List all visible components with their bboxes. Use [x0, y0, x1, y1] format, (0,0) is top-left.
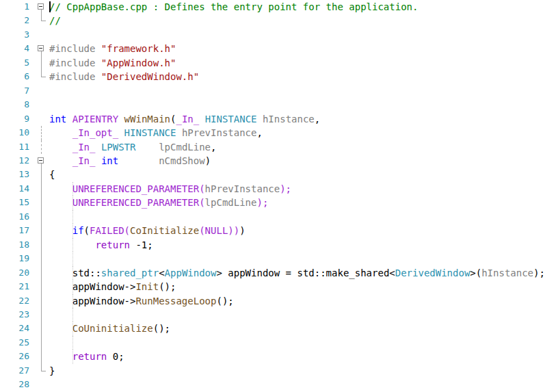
- code-token: hPrevInstance: [182, 127, 257, 138]
- code-line[interactable]: 19: [0, 252, 556, 265]
- fold-scope-line: [41, 196, 42, 209]
- fold-collapse-button[interactable]: [38, 45, 44, 51]
- indent-guide: [72, 210, 73, 224]
- line-number: 21: [0, 280, 36, 293]
- code-line-text[interactable]: _In_ int nCmdShow): [49, 154, 556, 168]
- indent-guide: [72, 252, 73, 265]
- code-token: [176, 127, 181, 138]
- code-token: > appWindow = std::make_shared<: [216, 267, 395, 278]
- fold-scope-line: [41, 182, 42, 196]
- code-token: std::: [49, 267, 101, 278]
- code-line-text[interactable]: UNREFERENCED_PARAMETER(lpCmdLine);: [49, 196, 556, 209]
- code-line-text[interactable]: {: [49, 168, 556, 181]
- code-line-text[interactable]: [49, 336, 556, 350]
- code-token: CoInitialize: [130, 225, 199, 236]
- code-line[interactable]: 21 appWindow->Init();: [0, 280, 556, 293]
- code-line-text[interactable]: return -1;: [49, 238, 556, 252]
- code-line[interactable]: 7: [0, 84, 556, 98]
- code-token: hPrevInstance: [205, 183, 280, 194]
- code-line[interactable]: 6#include "DerivedWindow.h": [0, 70, 556, 83]
- indent-guide: [72, 182, 73, 196]
- code-line[interactable]: 14 UNREFERENCED_PARAMETER(hPrevInstance)…: [0, 182, 556, 196]
- code-line-text[interactable]: UNREFERENCED_PARAMETER(hPrevInstance);: [49, 182, 556, 196]
- fold-scope-line: [41, 70, 46, 77]
- code-line-text[interactable]: CoUninitialize();: [49, 322, 556, 335]
- code-line-text[interactable]: _In_ LPWSTR lpCmdLine,: [49, 140, 556, 154]
- indent-guide: [72, 336, 73, 350]
- code-line-text[interactable]: return 0;: [49, 350, 556, 363]
- code-token: {: [49, 169, 55, 180]
- code-line[interactable]: 10 _In_opt_ HINSTANCE hPrevInstance,: [0, 126, 556, 140]
- indent-guide: [72, 308, 73, 322]
- code-line-text[interactable]: int APIENTRY wWinMain(_In_ HINSTANCE hIn…: [49, 112, 556, 126]
- code-line-text[interactable]: //: [49, 14, 556, 27]
- code-token: appWindow->: [49, 296, 135, 306]
- code-line[interactable]: 23: [0, 308, 556, 322]
- outlining-margin: [36, 14, 49, 27]
- code-line[interactable]: 18 return -1;: [0, 238, 556, 252]
- code-line-text[interactable]: [49, 308, 556, 322]
- code-line[interactable]: 3: [0, 28, 556, 42]
- code-line[interactable]: 5#include "AppWindow.h": [0, 56, 556, 70]
- line-number: 26: [0, 350, 36, 363]
- code-line-text[interactable]: }: [49, 364, 556, 378]
- code-token: hInstance: [481, 267, 533, 278]
- code-line-text[interactable]: #include "AppWindow.h": [49, 56, 556, 70]
- code-line[interactable]: 15 UNREFERENCED_PARAMETER(lpCmdLine);: [0, 196, 556, 209]
- code-line-text[interactable]: [49, 252, 556, 265]
- code-line-text[interactable]: if(FAILED(CoInitialize(NULL))): [49, 224, 556, 237]
- code-line[interactable]: 20 std::shared_ptr<AppWindow> appWindow …: [0, 266, 556, 280]
- code-line-text[interactable]: [49, 28, 556, 42]
- code-line-text[interactable]: #include "DerivedWindow.h": [49, 70, 556, 83]
- outlining-margin: [36, 140, 49, 154]
- code-line[interactable]: 27}: [0, 364, 556, 378]
- outlining-margin: [36, 56, 49, 70]
- outlining-margin: [36, 42, 49, 55]
- code-line[interactable]: 28: [0, 378, 556, 391]
- fold-scope-line: [41, 266, 42, 280]
- code-line-text[interactable]: [49, 378, 556, 391]
- code-line[interactable]: 11 _In_ LPWSTR lpCmdLine,: [0, 140, 556, 154]
- code-line-text[interactable]: #include "framework.h": [49, 42, 556, 55]
- code-token: -1;: [130, 239, 153, 250]
- code-token: int: [49, 114, 66, 125]
- code-line-text[interactable]: appWindow->RunMessageLoop();: [49, 294, 556, 308]
- code-line[interactable]: 12 _In_ int nCmdShow): [0, 154, 556, 168]
- indent-guide: [72, 350, 73, 363]
- outlining-margin: [36, 126, 49, 140]
- code-line[interactable]: 24 CoUninitialize();: [0, 322, 556, 335]
- code-line[interactable]: 2//: [0, 14, 556, 27]
- code-line-text[interactable]: appWindow->Init();: [49, 280, 556, 293]
- code-editor[interactable]: 1// CppAppBase.cpp : Defines the entry p…: [0, 0, 556, 392]
- code-line[interactable]: 17 if(FAILED(CoInitialize(NULL))): [0, 224, 556, 237]
- code-token: #include: [49, 57, 101, 68]
- code-token: [49, 197, 72, 208]
- indent-guide: [72, 322, 73, 335]
- code-line[interactable]: 9int APIENTRY wWinMain(_In_ HINSTANCE hI…: [0, 112, 556, 126]
- code-line[interactable]: 16: [0, 210, 556, 224]
- code-line-text[interactable]: // CppAppBase.cpp : Defines the entry po…: [49, 0, 556, 14]
- code-token: CoUninitialize: [72, 323, 153, 334]
- code-line[interactable]: 22 appWindow->RunMessageLoop();: [0, 294, 556, 308]
- code-line-text[interactable]: [49, 84, 556, 98]
- code-token: [49, 323, 72, 334]
- code-line[interactable]: 8: [0, 98, 556, 112]
- outlining-margin: [36, 364, 49, 378]
- code-line[interactable]: 26 return 0;: [0, 350, 556, 363]
- code-token: wWinMain: [124, 114, 170, 125]
- code-line[interactable]: 1// CppAppBase.cpp : Defines the entry p…: [0, 0, 556, 14]
- code-line-text[interactable]: [49, 210, 556, 224]
- code-line[interactable]: 13{: [0, 168, 556, 181]
- fold-collapse-button[interactable]: [38, 157, 44, 164]
- code-token: _In_: [176, 114, 199, 125]
- outlining-margin: [36, 224, 49, 237]
- code-line-text[interactable]: _In_opt_ HINSTANCE hPrevInstance,: [49, 126, 556, 140]
- code-line[interactable]: 4#include "framework.h": [0, 42, 556, 55]
- code-line-text[interactable]: std::shared_ptr<AppWindow> appWindow = s…: [49, 266, 556, 280]
- code-token: HINSTANCE: [205, 114, 257, 125]
- code-line[interactable]: 25: [0, 336, 556, 350]
- code-token: if: [72, 225, 84, 236]
- fold-collapse-button[interactable]: [38, 3, 44, 10]
- code-token: nCmdShow: [159, 155, 204, 166]
- code-line-text[interactable]: [49, 98, 556, 112]
